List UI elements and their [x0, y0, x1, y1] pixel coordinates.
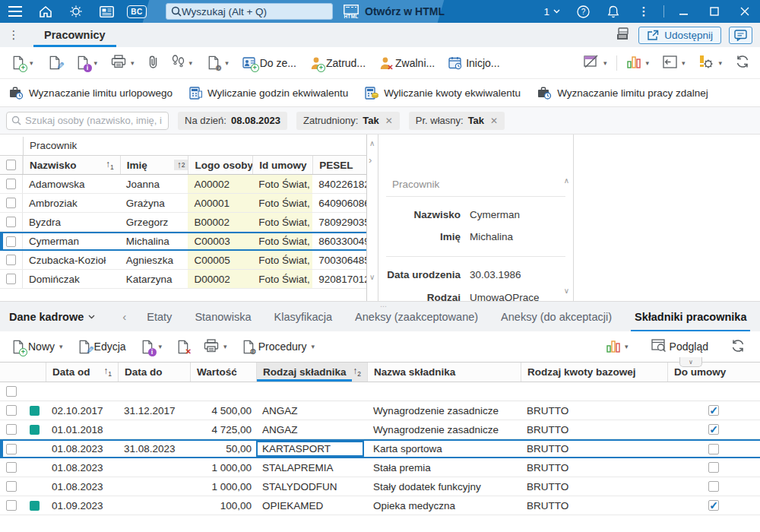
row-checkbox[interactable]: [6, 405, 17, 416]
print-components-button[interactable]: ▾: [199, 336, 232, 358]
chart-view-button[interactable]: ▾: [602, 336, 633, 358]
row-checkbox[interactable]: [6, 481, 17, 492]
procedures-button[interactable]: ⚙ Procedury▾: [236, 337, 319, 357]
tabs-scroll-left-icon[interactable]: ‹: [113, 310, 135, 323]
new-record-button[interactable]: + ▾: [6, 52, 38, 73]
do-umowy-checkbox[interactable]: [708, 444, 719, 454]
row-checkbox[interactable]: [6, 198, 16, 208]
table-row[interactable]: Byzdra Grzegorz B00002 Foto Świat, 78092…: [0, 213, 366, 232]
table-row[interactable]: 01.09.2023 100,00 OPIEKAMED Opieka medyc…: [0, 496, 760, 515]
tab-stanowiska[interactable]: Stanowiska: [183, 302, 262, 332]
edit-record-button[interactable]: ✎: [43, 52, 66, 73]
scroll-up-icon[interactable]: ∧: [564, 176, 569, 185]
share-button[interactable]: Udostępnij: [638, 27, 721, 44]
row-checkbox[interactable]: [6, 236, 16, 247]
bc-module-icon[interactable]: BC: [122, 0, 152, 23]
focused-edit-cell[interactable]: KARTASPORT: [256, 441, 364, 457]
column-header-nazwa-skladnika[interactable]: Nazwa składnika: [367, 363, 521, 382]
table-row[interactable]: 01.01.2018 4 725,00 ANGAZ Wynagrodzenie …: [0, 420, 760, 439]
table-row[interactable]: Czubacka-Kozioł Agnieszka C00005 Foto Św…: [0, 251, 366, 270]
panel-layout-button[interactable]: ▾: [658, 52, 690, 74]
table-row[interactable]: 02.10.2017 31.12.2017 4 500,00 ANGAZ Wyn…: [0, 401, 760, 420]
table-row[interactable]: 01.08.2023 1 000,00 STALYDODFUN Stały do…: [0, 477, 760, 496]
terminate-button[interactable]: ✕ Zwalni...: [375, 53, 439, 73]
do-umowy-checkbox[interactable]: [708, 500, 719, 511]
print-button[interactable]: ▾: [106, 52, 139, 74]
initialize-button[interactable]: Inicjo...: [444, 53, 504, 73]
kebab-menu-icon[interactable]: ⋮: [629, 0, 659, 23]
preview-button[interactable]: Podgląd: [647, 336, 713, 357]
delete-component-button[interactable]: ✕: [171, 337, 195, 357]
workspace-count-dropdown[interactable]: 1: [536, 6, 568, 17]
edit-component-button[interactable]: ✎ Edycja: [72, 337, 131, 357]
tab-etaty[interactable]: Etaty: [135, 302, 183, 332]
column-header-data-od[interactable]: Data od↑1: [46, 363, 118, 382]
section-selector[interactable]: Dane kadrowe: [0, 311, 104, 323]
refresh-button[interactable]: [727, 336, 749, 358]
history-button[interactable]: ▾: [167, 52, 198, 74]
maximize-button[interactable]: [699, 0, 730, 23]
filter-row[interactable]: [0, 382, 760, 401]
comment-bubble-button[interactable]: [729, 27, 752, 44]
message-template-button[interactable]: ▾: [578, 52, 612, 74]
select-all-checkbox[interactable]: [6, 386, 17, 397]
document-actions-button[interactable]: ⚙ ▾: [201, 52, 233, 73]
column-header-umowa[interactable]: Id umowy: [252, 156, 312, 174]
column-header-imie[interactable]: Imię↑2: [120, 156, 188, 174]
minimize-button[interactable]: [669, 0, 699, 23]
tab-aneksy-zaakceptowane[interactable]: Aneksy (zaakceptowane): [344, 302, 489, 332]
refresh-button[interactable]: [731, 52, 754, 74]
table-row-selected[interactable]: 01.08.2023 31.08.2023 50,00 KARTASPORT K…: [0, 439, 760, 458]
table-row[interactable]: 01.08.2023 1 000,00 STALAPREMIA Stała pr…: [0, 458, 760, 477]
pages-panel-icon[interactable]: [616, 27, 631, 43]
expand-panel-icon[interactable]: ›: [369, 154, 372, 166]
proc-kwota-ekwiwalentu[interactable]: Wyliczanie kwoty ekwiwalentu: [365, 87, 521, 100]
column-header-rodzaj-kwoty[interactable]: Rodzaj kwoty bazowej: [521, 363, 667, 382]
settings-warning-button[interactable]: ▾: [694, 52, 727, 74]
row-checkbox[interactable]: [6, 500, 17, 511]
person-search-input[interactable]: [25, 115, 163, 126]
notifications-bell-icon[interactable]: [598, 0, 629, 23]
column-header-logo[interactable]: Logo osoby: [188, 156, 252, 174]
tab-pracownicy[interactable]: Pracownicy: [33, 23, 116, 47]
remove-filter-icon[interactable]: ✕: [490, 116, 498, 126]
open-in-html-button[interactable]: HTML Otwórz w HTML: [344, 5, 445, 19]
table-row[interactable]: Ambroziak Grażyna A00001 Foto Świat, 640…: [0, 194, 366, 213]
filter-chip-date[interactable]: Na dzień:08.08.2023: [178, 112, 287, 130]
lightbulb-icon[interactable]: [61, 0, 91, 23]
do-umowy-checkbox[interactable]: [708, 405, 719, 416]
hire-button[interactable]: + Zatrud...: [306, 53, 370, 73]
row-checkbox[interactable]: [6, 424, 17, 435]
tab-aneksy-do-akceptacji[interactable]: Aneksy (do akceptacji): [489, 302, 623, 332]
news-icon[interactable]: [91, 0, 122, 23]
filter-chip-zatrudniony[interactable]: Zatrudniony:Tak ✕: [296, 112, 400, 130]
proc-godziny-ekwiwalentu[interactable]: Wyliczanie godzin ekwiwalentu: [189, 87, 348, 100]
scroll-up-icon[interactable]: ∧: [369, 139, 375, 147]
hamburger-menu-icon[interactable]: [0, 0, 30, 23]
row-checkbox[interactable]: [6, 255, 16, 265]
column-header-rodzaj-skladnika[interactable]: Rodzaj składnika↑2: [256, 363, 367, 382]
table-row[interactable]: Domińczak Katarzyna D00002 Foto Świat, 9…: [0, 270, 366, 289]
table-row-selected[interactable]: Cymerman Michalina C00003 Foto Świat, 86…: [0, 232, 366, 251]
scroll-down-icon[interactable]: ∨: [369, 273, 375, 281]
column-header-wartosc[interactable]: Wartość: [190, 363, 256, 382]
close-button[interactable]: [730, 0, 760, 23]
search-input[interactable]: [182, 6, 328, 17]
scroll-down-icon[interactable]: ∨: [564, 287, 569, 295]
collapse-panel-handle[interactable]: ∨: [679, 357, 702, 367]
global-search[interactable]: [166, 3, 333, 20]
column-header-data-do[interactable]: Data do: [118, 363, 190, 382]
tab-klasyfikacja[interactable]: Klasyfikacja: [263, 302, 344, 332]
new-component-button[interactable]: + Nowy▾: [6, 337, 68, 357]
row-checkbox[interactable]: [6, 274, 16, 284]
column-header-pesel[interactable]: PESEL: [312, 156, 366, 174]
info-document-button[interactable]: i ▾: [71, 52, 103, 73]
do-umowy-checkbox[interactable]: [708, 481, 719, 492]
row-checkbox[interactable]: [6, 217, 16, 227]
attachment-button[interactable]: [144, 52, 163, 74]
chart-view-button[interactable]: ▾: [622, 52, 654, 74]
table-row[interactable]: Adamowska Joanna A00002 Foto Świat, 8402…: [0, 175, 366, 194]
select-all-checkbox[interactable]: [6, 160, 16, 170]
info-component-button[interactable]: i ▾: [135, 337, 167, 357]
remove-filter-icon[interactable]: ✕: [385, 116, 393, 126]
